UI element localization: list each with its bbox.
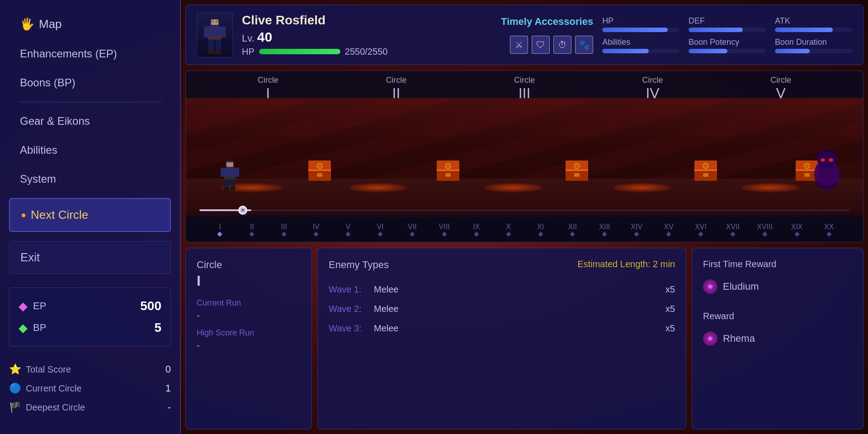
character-info: Clive Rosfield Lv. 40 HP 2550/2550 [242,13,492,57]
progress-track: R [199,209,849,211]
hp-stat-fill [602,28,668,32]
abilities-stat-label: Abilities [602,38,679,47]
def-stat-group: DEF [689,16,766,32]
character-name: Clive Rosfield [242,13,492,28]
first-time-reward-title: First Time Reward [703,259,852,269]
accessory-paw-icon[interactable]: 🐾 [575,36,593,54]
roman-num-15: XV [653,223,685,236]
accessory-sword-icon[interactable]: ⚔ [510,36,528,54]
current-circle-value: 1 [165,382,171,394]
timely-accessories-label: Timely Accessories [501,16,593,28]
svg-rect-40 [575,164,579,168]
roman-num-2: II [236,223,268,236]
hp-bar [259,49,340,54]
svg-rect-11 [208,50,214,54]
flag-icon: 🏴 [9,401,21,413]
reward-item: Rhema [703,328,852,349]
circle-panel-title: Circle [197,259,301,271]
svg-rect-19 [235,168,239,177]
atk-stat-label: ATK [775,16,852,26]
enemy-panel-header: Enemy Types Estimated Length: 2 min [329,259,675,271]
sidebar-item-abilities[interactable]: Abilities [9,136,171,165]
roman-num-3: III [268,223,300,236]
sidebar-item-abilities-label: Abilities [20,144,57,156]
sidebar-item-system[interactable]: System [9,165,171,193]
lv-label: Lv. [242,33,255,44]
svg-rect-53 [804,173,810,177]
hp-stat-bar [602,28,679,32]
reward-title: Reward [703,311,852,321]
def-stat-label: DEF [689,16,766,26]
atk-stat-group: ATK [775,16,852,32]
chest-4 [694,160,717,183]
total-score-value: 0 [165,363,171,375]
sidebar-item-map[interactable]: 🖐 Map [9,9,171,39]
exit-button[interactable]: Exit [9,241,171,274]
boon-duration-stat-group: Boon Duration [775,38,852,53]
reward-section: Reward Rhema [703,311,852,349]
sidebar-item-boons[interactable]: Boons (BP) [9,68,171,97]
nav-menu: 🖐 Map Enhancements (EP) Boons (BP) Gear … [0,9,180,193]
accessory-clock-icon[interactable]: ⏱ [553,36,571,54]
rhema-icon [703,331,717,346]
wave-1-label: Wave 1: [329,284,365,295]
bottom-panels: Circle I Current Run - High Score Run - … [185,248,863,429]
svg-rect-34 [446,164,450,168]
wave-1-count: x5 [665,284,675,295]
estimated-length-value: 2 min [653,259,675,269]
current-run-label: Current Run [197,298,301,308]
eludium-icon [703,279,717,294]
roman-num-11: XI [524,223,557,236]
def-stat-bar [689,28,766,32]
hp-value: 2550/2550 [345,47,388,57]
current-run-value: - [197,311,301,321]
svg-rect-22 [224,187,229,190]
circle-5-label: Circle [770,75,791,85]
rhema-name: Rhema [723,333,755,344]
character-level: Lv. 40 [242,29,492,45]
platform-4 [613,183,671,192]
def-stat-fill [689,28,743,32]
atk-stat-bar [775,28,852,32]
roman-num-14: XIV [621,223,653,236]
svg-rect-17 [224,178,236,180]
svg-rect-4 [216,21,217,22]
character-header: Clive Rosfield Lv. 40 HP 2550/2550 Timel… [185,5,863,65]
svg-rect-16 [224,168,236,179]
boon-potency-stat-group: Boon Potency [689,38,766,53]
svg-rect-8 [221,26,226,38]
svg-point-56 [821,158,825,162]
roman-numerals-row: I II III IV V VI VII VIII IX X XI XII XI… [186,217,863,242]
svg-rect-35 [445,173,451,177]
character-sprite [197,12,233,57]
sidebar-item-enhancements[interactable]: Enhancements (EP) [9,39,171,68]
boon-duration-stat-label: Boon Duration [775,38,852,47]
enemy-types-title: Enemy Types [329,259,389,271]
deepest-circle-row: 🏴 Deepest Circle - [9,398,171,417]
platform-5 [741,183,800,192]
bp-value: 5 [154,321,161,335]
atk-stat-fill [775,28,833,32]
current-circle-label: Current Circle [26,383,161,394]
boon-potency-stat-bar [689,49,766,53]
boon-duration-stat-fill [775,49,810,53]
svg-rect-46 [703,164,708,168]
first-time-reward-item: Eludium [703,276,852,297]
wave-2-count: x5 [665,304,675,314]
accessory-shield-icon[interactable]: 🛡 [532,36,550,54]
chest-3 [565,160,589,183]
svg-rect-41 [574,173,580,177]
roman-num-10: X [492,223,524,236]
next-circle-button[interactable]: ● Next Circle [9,198,171,232]
roman-num-13: XIII [589,223,621,236]
bullet-icon: ● [21,210,26,220]
sidebar-item-gear[interactable]: Gear & Eikons [9,107,171,136]
svg-rect-6 [208,36,222,39]
current-circle-row: 🔵 Current Circle 1 [9,379,171,398]
wave-2-row: Wave 2: Melee x5 [329,299,675,319]
roman-num-9: IX [460,223,492,236]
roman-num-20: XX [813,223,845,236]
svg-rect-47 [703,173,708,177]
deepest-circle-label: Deepest Circle [26,402,163,413]
wave-3-row: Wave 3: Melee x5 [329,319,675,338]
